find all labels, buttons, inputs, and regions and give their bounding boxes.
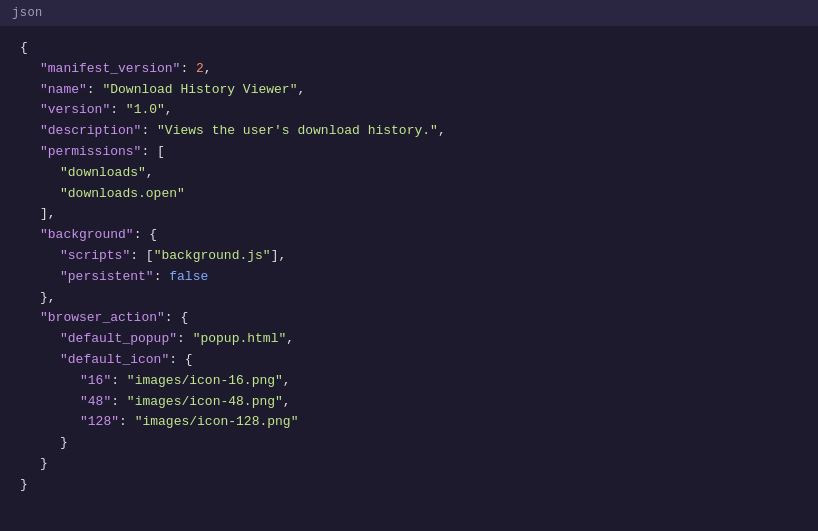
- line-icon-16: "16": "images/icon-16.png",: [20, 371, 798, 392]
- title-bar: json: [0, 0, 818, 26]
- line-default-popup: "default_popup": "popup.html",: [20, 329, 798, 350]
- line-default-icon-close: }: [20, 433, 798, 454]
- line-scripts: "scripts": ["background.js"],: [20, 246, 798, 267]
- line-background-close: },: [20, 288, 798, 309]
- line-permissions-open: "permissions": [: [20, 142, 798, 163]
- code-area: { "manifest_version": 2, "name": "Downlo…: [0, 26, 818, 508]
- line-browser-action-open: "browser_action": {: [20, 308, 798, 329]
- line-perm-downloads-open: "downloads.open": [20, 184, 798, 205]
- line-permissions-close: ],: [20, 204, 798, 225]
- line-name: "name": "Download History Viewer",: [20, 80, 798, 101]
- line-browser-action-close: }: [20, 454, 798, 475]
- line-persistent: "persistent": false: [20, 267, 798, 288]
- line-description: "description": "Views the user's downloa…: [20, 121, 798, 142]
- line-manifest: "manifest_version": 2,: [20, 59, 798, 80]
- line-icon-128: "128": "images/icon-128.png": [20, 412, 798, 433]
- line-open-brace: {: [20, 38, 798, 59]
- line-background-open: "background": {: [20, 225, 798, 246]
- title-label: json: [12, 6, 43, 20]
- line-default-icon-open: "default_icon": {: [20, 350, 798, 371]
- line-perm-downloads: "downloads",: [20, 163, 798, 184]
- line-version: "version": "1.0",: [20, 100, 798, 121]
- line-close-brace: }: [20, 475, 798, 496]
- line-icon-48: "48": "images/icon-48.png",: [20, 392, 798, 413]
